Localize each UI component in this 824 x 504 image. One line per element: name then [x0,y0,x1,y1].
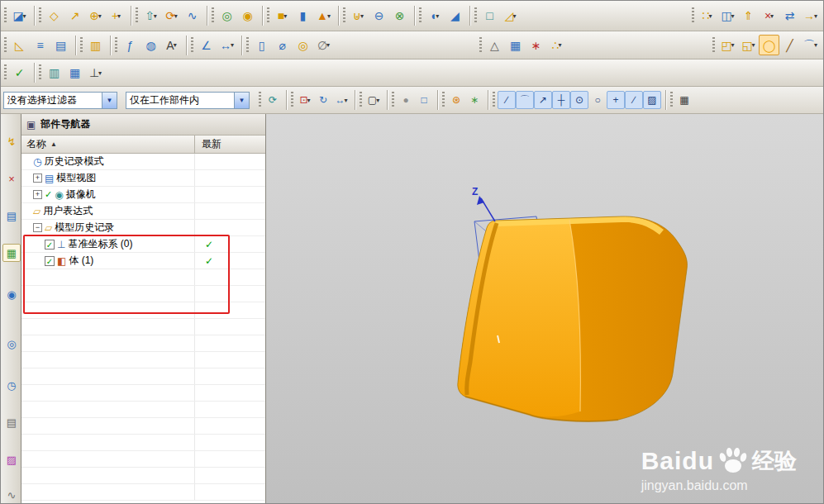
selection-filter-combo[interactable]: 没有选择过滤器 ▼ [3,92,117,109]
snap-intersection-icon[interactable]: ┼ [552,91,570,109]
pan-icon[interactable]: ↔▾ [332,91,350,109]
tree-item-cameras[interactable]: +✓◉摄像机 [21,187,265,203]
visible-layers-icon[interactable]: ▦ [64,63,85,83]
sketch-icon[interactable]: ◪▾ [9,6,30,26]
point-icon[interactable]: +▾ [106,6,126,26]
refresh-icon[interactable]: ⟳ [264,91,282,109]
toolbar-grip[interactable] [115,37,117,54]
wireframe-view-icon[interactable]: □ [415,91,433,109]
measure-angle-icon[interactable]: ∠ [196,35,217,55]
expand-icon[interactable]: + [33,190,42,199]
dropdown-caret-icon[interactable]: ▾ [731,12,735,20]
column-header-name[interactable]: 名称 ▲ [21,136,195,153]
dropdown-caret-icon[interactable]: ▾ [344,97,347,104]
fastener-icon[interactable]: ⌀ [272,35,293,55]
system-clock-tab[interactable]: ◷ [2,376,21,394]
tree-item-label[interactable]: 摄像机 [66,188,96,202]
snap-arc-center-icon[interactable]: ⊙ [570,91,588,109]
edge-blend-icon[interactable]: ◖▾ [424,6,445,26]
snap-point-icon[interactable]: + [607,91,625,109]
pattern-feature-icon[interactable]: ∷▾ [697,6,717,26]
reuse-library-tab[interactable]: ▦ [2,244,21,262]
toolbar-grip[interactable] [419,7,422,24]
model-body[interactable] [458,216,688,421]
tree-item-label[interactable]: 模型历史记录 [55,221,114,235]
dropdown-caret-icon[interactable]: ▾ [307,97,311,104]
dropdown-caret-icon[interactable]: ▾ [708,12,712,20]
pattern-grid-icon[interactable]: ∗ [526,35,546,55]
toolbar-grip[interactable] [212,7,214,24]
expand-icon[interactable]: + [33,174,42,183]
chamfer-icon[interactable]: ◢ [445,6,465,26]
assembly-navigator-tab[interactable]: ↯ [2,132,21,150]
dropdown-caret-icon[interactable]: ▾ [558,41,561,49]
toolbar-grip[interactable] [442,92,445,108]
dropdown-caret-icon[interactable]: ▾ [731,41,735,49]
toolbar-grip[interactable] [267,7,269,24]
toolbar-grip[interactable] [291,92,293,108]
grid-snap-icon[interactable]: ▦ [675,91,693,109]
orient-csys-icon[interactable]: ⊥▾ [85,63,106,83]
toolbar-grip[interactable] [692,7,694,24]
dropdown-caret-icon[interactable]: ▾ [360,12,364,20]
toolbar-grip[interactable] [474,7,477,24]
datum-axis-icon[interactable]: ↗ [64,6,85,26]
sheet-body-icon[interactable]: ◺ [9,35,30,55]
delete-face-icon[interactable]: ×▾ [759,6,779,26]
toolbar-grip[interactable] [343,7,345,24]
layer-settings-icon[interactable]: ≡ [30,35,50,55]
bounded-plane-icon[interactable]: ◱▾ [738,35,759,55]
snap-on-curve-icon[interactable]: ∕ [625,91,643,109]
panel-title-bar[interactable]: ▣ 部件导航器 [21,114,265,136]
toolbar-grip[interactable] [80,37,83,54]
toolbar-grip[interactable] [39,7,41,24]
subtract-icon[interactable]: ⊖ [369,6,389,26]
document-tab[interactable]: ▤ [2,413,21,431]
offset-face-icon[interactable]: ⇑ [738,6,759,26]
shaded-view-icon[interactable]: ● [397,91,415,109]
toolbar-grip[interactable] [136,7,138,24]
intersect-icon[interactable]: ⊗ [389,6,410,26]
snap-endpoint-icon[interactable]: ∕ [498,91,516,109]
graphics-viewport[interactable]: Z Baidu 经验 jingyan.baidu.com [266,114,824,504]
rotate-view-icon[interactable]: ↻ [314,91,332,109]
mirror-feature-icon[interactable]: ◫▾ [717,6,738,26]
dropdown-arrow-icon[interactable]: ▼ [234,93,249,108]
toolbar-grip[interactable] [670,92,673,108]
datum-csys-icon[interactable]: ⊕▾ [85,6,106,26]
toolbar-grip[interactable] [4,7,7,24]
hole-icon[interactable]: ◎ [217,6,237,26]
tree-item-label[interactable]: 用户表达式 [43,204,93,218]
macro-icon[interactable]: ◍ [141,35,161,55]
measure-distance-icon[interactable]: ↔▾ [217,35,237,55]
rectangle-select-icon[interactable]: ▢▾ [364,91,383,109]
cylinder-icon[interactable]: ▮ [293,6,313,26]
assembly-colors-icon[interactable]: ⊛ [447,91,465,109]
information-icon[interactable]: ▥ [85,35,106,55]
toolbar-grip[interactable] [39,64,41,81]
selection-scope-combo[interactable]: 仅在工作部件内 ▼ [126,92,250,109]
triangle-mesh-icon[interactable]: △ [484,35,505,55]
dropdown-caret-icon[interactable]: ▾ [117,12,121,20]
replace-face-icon[interactable]: ⇄ [779,6,800,26]
sweep-icon[interactable]: ∿ [182,6,202,26]
history-palette-tab[interactable]: ◎ [2,335,21,353]
toolbar-grip[interactable] [4,64,7,81]
dropdown-caret-icon[interactable]: ▾ [436,12,439,20]
expression-icon[interactable]: ƒ [120,35,141,55]
boss-icon[interactable]: ◉ [237,6,258,26]
toolbar-grip[interactable] [712,37,715,54]
toolbar-grip[interactable] [493,92,495,108]
annotation-label-icon[interactable]: A▾ [161,35,182,55]
revolve-icon[interactable]: ⟳▾ [161,6,182,26]
dropdown-caret-icon[interactable]: ▾ [174,12,178,20]
dropdown-caret-icon[interactable]: ▾ [376,97,379,104]
tree-item-label[interactable]: 基准坐标系 (0) [68,237,132,251]
tree-item-model-history[interactable]: −▱模型历史记录 [21,220,265,236]
dropdown-caret-icon[interactable]: ▾ [23,12,26,20]
toolbar-grip[interactable] [259,92,261,108]
dropdown-arrow-icon[interactable]: ▼ [102,93,117,108]
part-navigator-tab[interactable]: ▤ [2,207,21,225]
tree-item-model-views[interactable]: +▤模型视图 [21,170,265,187]
dropdown-caret-icon[interactable]: ▾ [98,12,102,20]
